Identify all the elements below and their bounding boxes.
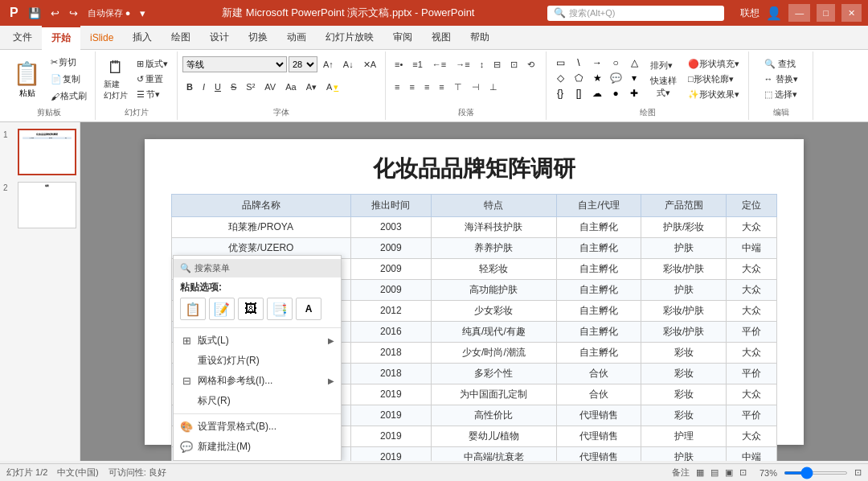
section-button[interactable]: ☰节▾ (133, 88, 172, 101)
paste-icon-5[interactable]: A (296, 298, 321, 320)
ctx-background[interactable]: 🎨 设置背景格式(B)... (174, 417, 341, 437)
cut-button[interactable]: ✂ 剪切 (47, 55, 90, 70)
shape-line[interactable]: \ (570, 57, 588, 72)
italic-button[interactable]: I (199, 81, 209, 92)
normal-view-icon[interactable]: ▦ (696, 467, 704, 478)
autosave-icon[interactable]: 自动保存 ● (84, 6, 134, 21)
outline-view-icon[interactable]: ▤ (710, 467, 719, 478)
notes-button[interactable]: 备注 (672, 467, 690, 479)
char-spacing-button[interactable]: AV (260, 81, 280, 92)
close-button[interactable]: ✕ (841, 4, 862, 22)
slide-preview-2[interactable]: 续表 (18, 182, 76, 228)
align-middle-button[interactable]: ⊣ (468, 81, 484, 93)
numbering-button[interactable]: ≡1 (408, 59, 427, 70)
shape-cloud[interactable]: ☁ (588, 88, 606, 102)
line-spacing-button[interactable]: ↕ (476, 59, 489, 70)
shape-triangle[interactable]: △ (625, 57, 643, 72)
paste-icon-3[interactable]: 🖼 (238, 298, 264, 320)
tab-insert[interactable]: 插入 (123, 26, 162, 50)
shape-star[interactable]: ★ (588, 72, 606, 87)
new-slide-button[interactable]: 🗒 新建幻灯片 (100, 56, 131, 103)
tab-home[interactable]: 开始 (42, 26, 80, 50)
underline-button[interactable]: U (211, 81, 225, 92)
paste-button[interactable]: 📋 粘贴 (8, 58, 46, 101)
shape-bracket[interactable]: [] (570, 88, 588, 102)
tab-review[interactable]: 审阅 (383, 26, 422, 50)
indent-increase-button[interactable]: →≡ (452, 59, 473, 70)
ctx-comment[interactable]: 💬 新建批注(M) (174, 437, 341, 457)
dropdown-icon[interactable]: ▾ (137, 6, 149, 21)
main-canvas[interactable]: 化妆品品牌矩阵调研 品牌名称 推出时间 特点 自主/代理 产品范围 定位 珀莱雅… (80, 122, 868, 461)
tab-transitions[interactable]: 切换 (239, 26, 277, 50)
tab-help[interactable]: 帮助 (461, 26, 499, 50)
reset-button[interactable]: ↺重置 (133, 72, 172, 86)
align-top-button[interactable]: ⊤ (450, 81, 466, 93)
shape-effect-button[interactable]: ✨形状效果▾ (684, 88, 743, 101)
select-button[interactable]: ⬚ 选择▾ (760, 88, 801, 101)
shape-brace[interactable]: {} (551, 88, 569, 102)
shape-cross[interactable]: ✚ (625, 88, 643, 102)
ctx-reset[interactable]: 重设幻灯片(R) (174, 351, 341, 371)
undo-icon[interactable]: ↩ (47, 6, 63, 21)
align-right-button[interactable]: ≡ (420, 81, 433, 92)
text-direction-button[interactable]: ⟲ (523, 59, 538, 71)
justify-button[interactable]: ≡ (435, 81, 448, 92)
shape-callout[interactable]: 💬 (607, 72, 624, 87)
align-bottom-button[interactable]: ⊥ (485, 81, 502, 93)
decrease-font-button[interactable]: A↓ (339, 59, 358, 70)
columns-button[interactable]: ⊟ (489, 59, 505, 71)
fast-style-button[interactable]: 快速样式▾ (646, 74, 681, 100)
arrange-button[interactable]: 排列▾ (646, 59, 681, 72)
shape-arrow[interactable]: → (588, 57, 606, 72)
shadow-button[interactable]: S² (242, 81, 259, 92)
slide-sorter-icon[interactable]: ▣ (725, 467, 733, 478)
layout-button[interactable]: ⊞版式▾ (133, 57, 172, 71)
align-center-button[interactable]: ≡ (405, 81, 418, 92)
minimize-button[interactable]: — (788, 4, 810, 22)
tab-slideshow[interactable]: 幻灯片放映 (316, 26, 383, 50)
tab-view[interactable]: 视图 (422, 26, 461, 50)
font-name-select[interactable]: 等线 (182, 56, 287, 72)
shape-oval[interactable]: ○ (607, 57, 624, 72)
shape-rect[interactable]: ▭ (551, 57, 569, 72)
paste-icon-1[interactable]: 📋 (180, 298, 206, 320)
tab-draw[interactable]: 绘图 (162, 26, 200, 50)
ctx-grid[interactable]: ⊟ 网格和参考线(I)... ▶ (174, 371, 341, 391)
reading-view-icon[interactable]: ⊡ (739, 467, 747, 478)
slide-thumb-1[interactable]: 1 化妆品品牌矩阵调研 品牌名称 推出时间 特点 (3, 129, 76, 175)
shape-pentagon[interactable]: ⬠ (570, 72, 588, 87)
zoom-fit-icon[interactable]: ⊡ (854, 467, 862, 478)
zoom-slider[interactable] (784, 471, 848, 475)
ctx-ruler[interactable]: 标尺(R) (174, 391, 341, 411)
smartart-button[interactable]: ⊡ (506, 59, 522, 71)
strikethrough-button[interactable]: S (227, 81, 240, 92)
shape-fill-button[interactable]: 🔴形状填充▾ (684, 57, 743, 71)
tab-islide[interactable]: iSlide (80, 26, 123, 50)
redo-icon[interactable]: ↪ (66, 6, 81, 21)
copy-button[interactable]: 📄 复制 (47, 72, 90, 87)
indent-decrease-button[interactable]: ←≡ (428, 59, 450, 70)
bullets-button[interactable]: ≡• (391, 59, 407, 70)
shape-circle[interactable]: ● (607, 88, 624, 102)
paste-icon-4[interactable]: 📑 (267, 298, 293, 320)
increase-font-button[interactable]: A↑ (319, 59, 338, 70)
font-color-button[interactable]: A▾ (302, 81, 321, 93)
slide-thumb-2[interactable]: 2 续表 (3, 182, 76, 228)
font-case-button[interactable]: Aa (281, 81, 300, 92)
user-icon[interactable]: 👤 (766, 6, 782, 21)
bold-button[interactable]: B (182, 81, 197, 92)
maximize-button[interactable]: □ (817, 4, 835, 22)
more-shapes[interactable]: ▾ (625, 72, 643, 87)
slide-preview-1[interactable]: 化妆品品牌矩阵调研 品牌名称 推出时间 特点 (18, 129, 76, 175)
align-left-button[interactable]: ≡ (391, 81, 403, 92)
ctx-layout[interactable]: ⊞ 版式(L) ▶ (174, 331, 341, 351)
save-icon[interactable]: 💾 (25, 6, 44, 21)
clear-format-button[interactable]: ✕A (359, 59, 380, 71)
font-size-select[interactable]: 28 (289, 56, 317, 72)
shape-outline-button[interactable]: □形状轮廓▾ (684, 72, 743, 86)
tab-animations[interactable]: 动画 (277, 26, 316, 50)
highlight-color-button[interactable]: A▾ (322, 81, 342, 93)
replace-button[interactable]: ↔ 替换▾ (760, 72, 802, 86)
find-button[interactable]: 🔍 查找 (760, 57, 800, 71)
shape-diamond[interactable]: ◇ (551, 72, 569, 87)
